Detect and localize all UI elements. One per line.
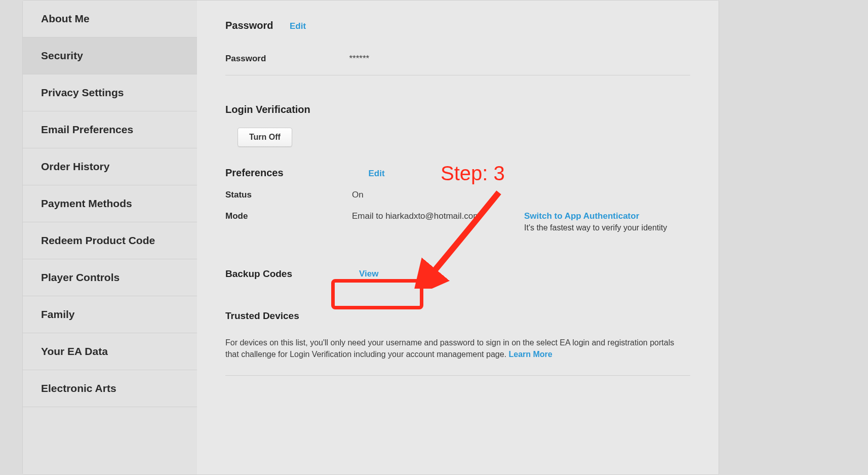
sidebar-item-your-ea-data[interactable]: Your EA Data [23, 333, 197, 370]
sidebar-item-payment-methods[interactable]: Payment Methods [23, 185, 197, 222]
divider [225, 75, 690, 75]
turn-off-button[interactable]: Turn Off [238, 128, 292, 147]
sidebar-nav: About Me Security Privacy Settings Email… [23, 1, 197, 474]
password-edit-link[interactable]: Edit [290, 21, 306, 31]
sidebar-item-electronic-arts[interactable]: Electronic Arts [23, 370, 197, 407]
password-value: ****** [349, 54, 369, 64]
switch-subtext: It's the fastest way to verify your iden… [524, 223, 676, 232]
login-verification-section: Login Verification Turn Off Preferences … [225, 104, 690, 232]
switch-to-app-authenticator-link[interactable]: Switch to App Authenticator [524, 211, 690, 221]
trusted-devices-section: Trusted Devices For devices on this list… [225, 310, 690, 376]
sidebar-item-player-controls[interactable]: Player Controls [23, 259, 197, 296]
sidebar-item-redeem-product-code[interactable]: Redeem Product Code [23, 222, 197, 259]
status-value: On [352, 190, 524, 200]
sidebar-item-security[interactable]: Security [23, 37, 197, 74]
divider [225, 375, 690, 376]
password-label: Password [225, 54, 347, 64]
sidebar-item-order-history[interactable]: Order History [23, 148, 197, 185]
backup-codes-section: Backup Codes View [225, 267, 690, 281]
preferences-heading: Preferences [225, 167, 352, 179]
settings-page: About Me Security Privacy Settings Email… [22, 0, 719, 475]
status-label: Status [225, 190, 352, 200]
mode-label: Mode [225, 211, 352, 221]
trusted-devices-heading: Trusted Devices [225, 310, 690, 322]
learn-more-link[interactable]: Learn More [508, 350, 552, 359]
trusted-devices-description: For devices on this list, you'll only ne… [225, 338, 674, 359]
trusted-devices-text: For devices on this list, you'll only ne… [225, 337, 681, 360]
login-verification-heading: Login Verification [225, 104, 690, 115]
mode-value: Email to hiarkadxto@hotmail.com [352, 211, 524, 221]
sidebar-item-family[interactable]: Family [23, 296, 197, 333]
main-content: Password Edit Password ****** Login Veri… [197, 1, 719, 474]
sidebar-item-about-me[interactable]: About Me [23, 1, 197, 37]
backup-codes-view-link[interactable]: View [352, 267, 385, 281]
backup-codes-heading: Backup Codes [225, 268, 352, 280]
preferences-edit-link[interactable]: Edit [368, 169, 384, 178]
sidebar-item-privacy-settings[interactable]: Privacy Settings [23, 74, 197, 111]
sidebar-item-email-preferences[interactable]: Email Preferences [23, 111, 197, 148]
password-heading: Password [225, 20, 273, 31]
password-section: Password Edit Password ****** [225, 20, 690, 75]
